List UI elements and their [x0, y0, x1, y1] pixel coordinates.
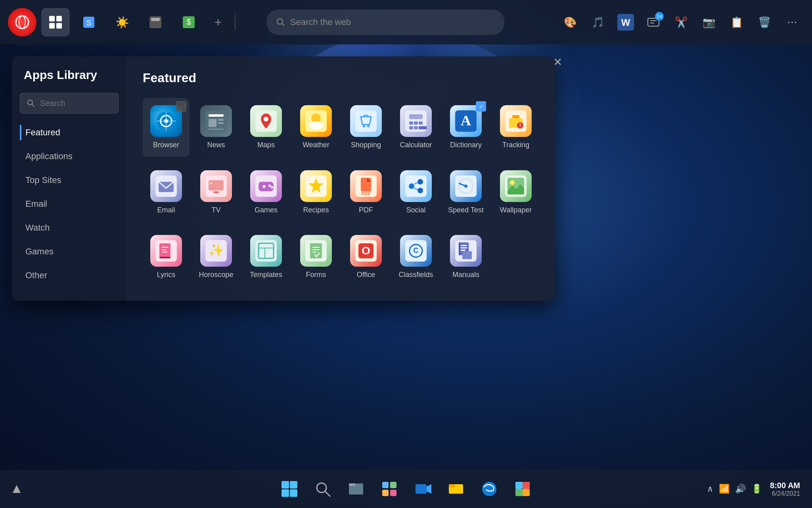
wifi-icon[interactable]: 📶: [719, 484, 730, 494]
app-item-calculator[interactable]: Calculator: [393, 98, 439, 157]
svg-point-75: [409, 183, 414, 189]
app-item-templates[interactable]: Templates: [243, 228, 289, 287]
app-item-classfields[interactable]: CClassfields: [393, 228, 439, 287]
bottom-left-group: [12, 484, 21, 494]
app-item-recipes[interactable]: Recipes: [293, 163, 339, 222]
sidebar-item-applications[interactable]: Applications: [20, 145, 119, 167]
battery-icon[interactable]: 🔋: [751, 484, 762, 494]
app-item-weather[interactable]: Weather: [293, 98, 339, 157]
system-clock[interactable]: 8:00 AM 6/24/2021: [770, 481, 800, 497]
taskbar-camera-icon[interactable]: 📷: [697, 10, 721, 34]
app-item-horoscope[interactable]: ✨Horoscope: [193, 228, 239, 287]
taskbar-opera-icon[interactable]: [8, 8, 36, 37]
app-item-office[interactable]: OOffice: [343, 228, 389, 287]
app-item-news[interactable]: News: [193, 98, 239, 157]
app-item-speedtest[interactable]: Speed Test: [442, 163, 489, 222]
app-item-email[interactable]: Email: [143, 163, 190, 222]
svg-rect-46: [414, 126, 418, 129]
bottom-edge-icon[interactable]: [476, 475, 503, 502]
bottom-store-icon[interactable]: [509, 475, 536, 502]
taskbar-calc2-icon[interactable]: $: [174, 8, 203, 37]
app-icon-forms: [300, 235, 332, 267]
taskbar-more-icon[interactable]: ⋯: [780, 10, 804, 34]
apps-library-sidebar: Apps Library Featured Applications Top S…: [12, 56, 127, 301]
svg-rect-43: [414, 121, 418, 125]
app-item-browser[interactable]: Browser: [143, 98, 190, 157]
app-icon-pdf: PDF: [350, 170, 382, 202]
sidebar-item-games[interactable]: Games: [20, 241, 119, 263]
taskbar-word-icon[interactable]: W: [614, 10, 638, 34]
app-item-dictionary[interactable]: ADictionary✓: [442, 98, 489, 157]
bottom-windows-icon[interactable]: [276, 475, 303, 502]
svg-rect-117: [290, 481, 297, 489]
taskbar-color-icon[interactable]: 🎨: [558, 10, 582, 34]
svg-rect-9: [151, 18, 160, 21]
app-item-tv[interactable]: TV: [193, 163, 239, 222]
app-item-tracking[interactable]: !Tracking: [492, 98, 539, 157]
svg-text:W: W: [621, 17, 630, 28]
svg-point-66: [268, 185, 271, 187]
search-placeholder: Search the web: [290, 17, 351, 27]
taskbar-store-icon[interactable]: S: [75, 8, 103, 37]
taskbar-weather-icon[interactable]: ☀️: [108, 8, 136, 37]
svg-rect-125: [390, 482, 396, 488]
app-label-browser: Browser: [153, 141, 179, 150]
svg-line-13: [282, 23, 284, 26]
app-icon-games: [250, 170, 282, 202]
svg-rect-70: [361, 178, 371, 191]
sidebar-item-other[interactable]: Other: [20, 264, 119, 287]
app-item-maps[interactable]: Maps: [243, 98, 289, 157]
bottom-files-icon[interactable]: [343, 475, 370, 502]
app-icon-lyrics: [150, 235, 182, 267]
svg-rect-3: [56, 16, 62, 21]
svg-point-38: [363, 125, 365, 127]
taskbar-scissors-icon[interactable]: ✂️: [669, 10, 693, 34]
apps-grid: BrowserNewsMapsWeatherShoppingCalculator…: [143, 98, 539, 287]
bottom-search-icon[interactable]: [309, 475, 336, 502]
svg-rect-110: [461, 245, 467, 246]
taskbar-clipboard-icon[interactable]: 📋: [725, 10, 749, 34]
app-item-forms[interactable]: Forms: [293, 228, 339, 287]
app-checkbox-dictionary[interactable]: ✓: [476, 101, 486, 112]
svg-text:PDF: PDF: [361, 191, 371, 196]
sidebar-search-box[interactable]: [20, 93, 119, 114]
app-item-lyrics[interactable]: Lyrics: [143, 228, 190, 287]
taskbar-grid-icon[interactable]: [41, 8, 70, 37]
taskbar-add-button[interactable]: +: [208, 12, 228, 33]
apps-library-modal: Apps Library Featured Applications Top S…: [12, 56, 555, 301]
app-item-shopping[interactable]: Shopping: [343, 98, 389, 157]
sidebar-item-watch[interactable]: Watch: [20, 217, 119, 239]
svg-rect-28: [209, 119, 216, 127]
app-item-pdf[interactable]: PDFPDF: [343, 163, 389, 222]
svg-point-84: [510, 180, 515, 185]
app-icon-weather: [300, 105, 332, 137]
taskbar-badge-icon[interactable]: 24: [642, 10, 665, 34]
app-checkbox-browser[interactable]: [176, 101, 186, 112]
taskbar-calculator-icon[interactable]: [141, 8, 170, 37]
sidebar-item-featured[interactable]: Featured: [20, 121, 119, 144]
main-content-area: Featured BrowserNewsMapsWeatherShoppingC…: [127, 56, 555, 301]
app-label-manuals: Manuals: [452, 271, 479, 279]
sidebar-item-email[interactable]: Email: [20, 193, 119, 215]
app-item-manuals[interactable]: Manuals: [442, 228, 489, 287]
sidebar-search-input[interactable]: [40, 99, 112, 108]
bottom-widgets-icon[interactable]: [376, 475, 403, 502]
section-title: Featured: [143, 71, 539, 85]
bottom-explorer-icon[interactable]: [442, 475, 469, 502]
volume-icon[interactable]: 🔊: [735, 484, 746, 494]
taskbar-trash-icon[interactable]: 🗑️: [753, 10, 776, 34]
sidebar-item-top-sites[interactable]: Top Sites: [20, 169, 119, 191]
close-button[interactable]: ✕: [547, 52, 568, 72]
taskbar-spotify-icon[interactable]: 🎵: [586, 10, 610, 34]
svg-rect-135: [515, 489, 523, 496]
svg-rect-4: [49, 23, 55, 29]
app-item-games[interactable]: Games: [243, 163, 289, 222]
bottom-meet-icon[interactable]: [409, 475, 436, 502]
chevron-up-icon[interactable]: ∧: [707, 484, 713, 494]
svg-marker-115: [13, 485, 21, 493]
app-item-wallpaper[interactable]: Wallpaper: [492, 163, 539, 222]
top-search-bar[interactable]: Search the web: [266, 10, 504, 35]
app-icon-maps: [250, 105, 282, 137]
app-item-social[interactable]: Social: [393, 163, 439, 222]
svg-line-121: [325, 491, 330, 496]
